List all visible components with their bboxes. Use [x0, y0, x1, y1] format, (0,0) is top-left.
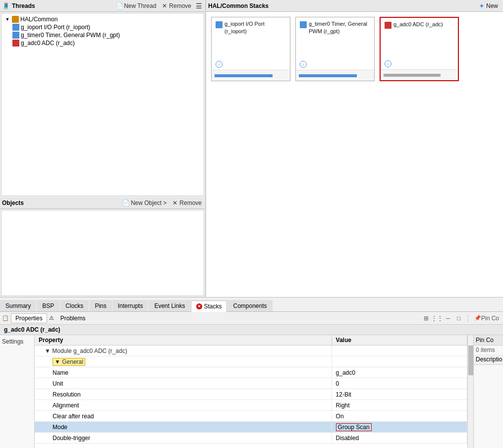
tree-root-item[interactable]: ▼ HAL/Common: [3, 15, 202, 23]
tab-bsp[interactable]: BSP: [37, 300, 59, 311]
toolbar-icon-btn-2[interactable]: ⋮⋮: [432, 313, 442, 323]
pin-panel: Pin Co 0 items Descriptio: [473, 335, 503, 448]
properties-table-container: Property Value ▼ Module g_adc0 ADC (r_ad…: [35, 335, 467, 448]
info-icon-ioport: i: [216, 61, 223, 68]
vertical-scrollbar[interactable]: [467, 335, 473, 448]
expand-icon: ▼: [4, 16, 10, 22]
threads-menu-button[interactable]: ☰: [195, 2, 203, 10]
info-icon-adc: i: [385, 60, 391, 67]
table-row[interactable]: ▼ General: [35, 356, 467, 367]
tab-components[interactable]: Components: [227, 300, 272, 311]
new-stack-button[interactable]: ✦ New: [476, 1, 501, 10]
remove-thread-icon: ✕: [161, 2, 168, 9]
toolbar-icon-btn-maximize[interactable]: □: [454, 313, 464, 323]
tab-pins[interactable]: Pins: [89, 300, 112, 311]
stack-card-ioport-info: i: [212, 59, 290, 70]
table-row[interactable]: Resolution 12-Bit: [35, 389, 467, 400]
threads-title: 🧵 Threads: [2, 2, 35, 9]
tree-item-ioport[interactable]: g_ioport I/O Port (r_ioport): [11, 23, 202, 31]
stack-card-timer-header: g_timer0 Timer, General PWM (r_gpt): [296, 17, 374, 59]
prop-mode-value: Group Scan: [332, 422, 467, 433]
col-header-value: Value: [332, 335, 467, 346]
table-row[interactable]: Clear after read On: [35, 411, 467, 422]
tree-item-timer[interactable]: g_timer0 Timer, General PWM (r_gpt): [11, 31, 202, 39]
remove-object-icon: ✕: [171, 199, 178, 206]
toolbar-icon-btn-1[interactable]: ⊞: [421, 313, 431, 323]
table-row[interactable]: Unit 0: [35, 378, 467, 389]
problems-tab[interactable]: Problems: [56, 313, 90, 323]
objects-panel-header: Objects 📄 New Object > ✕ Remove: [0, 197, 205, 209]
stack-card-adc-footer: [381, 69, 458, 80]
table-row[interactable]: Double-trigger Disabled: [35, 433, 467, 444]
properties-toolbar: 📋 Properties ⚠ Problems ⊞ ⋮⋮ ─ □ 📌 Pin C…: [0, 312, 503, 325]
scrollbar-thumb[interactable]: [468, 346, 473, 375]
remove-object-button[interactable]: ✕ Remove: [170, 199, 203, 207]
ioport-icon: [12, 24, 19, 31]
toolbar-icon-btn-minimize[interactable]: ─: [443, 313, 453, 323]
stack-card-timer[interactable]: g_timer0 Timer, General PWM (r_gpt) i: [295, 17, 375, 81]
table-row[interactable]: Name g_adc0: [35, 367, 467, 378]
tree-item-timer-label: g_timer0 Timer, General PWM (r_gpt): [21, 32, 120, 39]
stack-card-ioport-footer: [212, 70, 290, 81]
stack-card-timer-footer: [296, 70, 374, 81]
scrollbar-top-arrow: [468, 335, 473, 345]
problems-icon: ⚠: [49, 315, 54, 321]
stack-card-adc-bar: [384, 74, 441, 77]
new-object-button[interactable]: 📄 New Object >: [121, 199, 168, 207]
properties-content: Settings Property Value: [0, 335, 503, 448]
tree-item-ioport-label: g_ioport I/O Port (r_ioport): [21, 24, 90, 31]
properties-title-bar: g_adc0 ADC (r_adc): [0, 325, 503, 335]
pin-panel-title: Pin Co: [476, 337, 494, 344]
new-object-icon: 📄: [123, 199, 130, 206]
prop-general-value: [332, 356, 467, 367]
properties-table: Property Value ▼ Module g_adc0 ADC (r_ad…: [35, 335, 467, 444]
stack-card-adc[interactable]: g_adc0 ADC (r_adc) i: [380, 17, 459, 81]
stack-card-ioport[interactable]: g_ioport I/O Port (r_ioport) i: [211, 17, 290, 81]
threads-panel-header: 🧵 Threads 📄 New Thread ✕ Remove ☰: [0, 0, 205, 12]
remove-thread-button[interactable]: ✕ Remove: [160, 2, 193, 10]
prop-resolution-value: 12-Bit: [332, 389, 467, 400]
prop-mode-label: Mode: [35, 422, 332, 433]
table-row[interactable]: Alignment Right: [35, 400, 467, 411]
tree-item-adc-label: g_adc0 ADC (r_adc): [21, 40, 75, 47]
table-row-mode[interactable]: Mode Group Scan: [35, 422, 467, 433]
stack-card-adc-icon: [385, 22, 391, 29]
stack-card-timer-bar: [299, 74, 357, 77]
tree-root-label: HAL/Common: [20, 16, 57, 23]
hal-common-icon: [12, 16, 19, 23]
objects-tree: [1, 210, 204, 296]
tree-item-adc[interactable]: g_adc0 ADC (r_adc): [11, 39, 202, 47]
stack-card-ioport-title: g_ioport I/O Port (r_ioport): [224, 20, 286, 36]
new-thread-button[interactable]: 📄 New Thread: [114, 2, 158, 10]
prop-module-header: ▼ Module g_adc0 ADC (r_adc): [35, 346, 332, 356]
pin-panel-btn[interactable]: 📌 Pin Co: [472, 313, 501, 323]
pin-panel-col-header: Descriptio: [474, 354, 503, 365]
stacks-title: HAL/Common Stacks: [208, 2, 269, 9]
tab-stacks[interactable]: ✕ Stacks: [191, 300, 227, 312]
stack-card-ioport-header: g_ioport I/O Port (r_ioport): [212, 17, 290, 59]
stack-card-ioport-bar: [215, 74, 273, 77]
stack-card-timer-icon: [300, 21, 307, 28]
objects-label: Objects: [2, 199, 24, 206]
table-row[interactable]: ▼ Module g_adc0 ADC (r_adc): [35, 346, 467, 356]
tab-summary[interactable]: Summary: [0, 300, 36, 311]
prop-double-trigger-value: Disabled: [332, 433, 467, 444]
new-thread-icon: 📄: [116, 2, 123, 9]
adc-icon: [12, 40, 19, 47]
stacks-panel-header: HAL/Common Stacks ✦ New: [206, 0, 503, 12]
settings-label: Settings: [2, 338, 23, 345]
main-tabs: Summary BSP Clocks Pins Interrupts Event…: [0, 297, 503, 312]
threads-label: Threads: [12, 2, 35, 9]
tree-children: g_ioport I/O Port (r_ioport) g_timer0 Ti…: [3, 23, 202, 47]
tab-interrupts[interactable]: Interrupts: [112, 300, 149, 311]
stack-card-adc-title: g_adc0 ADC (r_adc): [393, 21, 443, 28]
properties-tab[interactable]: Properties: [11, 313, 47, 323]
stacks-area: g_ioport I/O Port (r_ioport) i g_timer0 …: [206, 12, 503, 297]
prop-alignment-label: Alignment: [35, 400, 332, 411]
toolbar-icons: ⊞ ⋮⋮ ─ □: [421, 313, 464, 323]
tab-event-links[interactable]: Event Links: [149, 300, 190, 311]
stack-card-timer-info: i: [296, 59, 374, 70]
prop-name-value: g_adc0: [332, 367, 467, 378]
tab-clocks[interactable]: Clocks: [60, 300, 89, 311]
prop-clear-after-read-label: Clear after read: [35, 411, 332, 422]
